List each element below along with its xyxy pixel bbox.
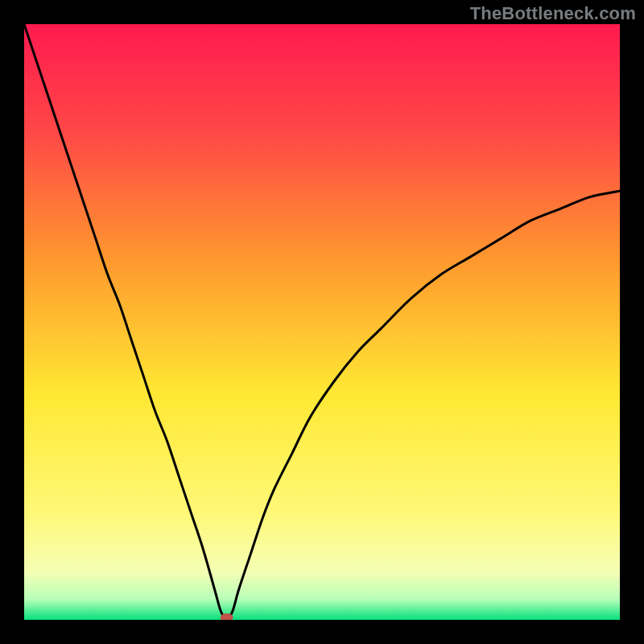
plot-area bbox=[24, 24, 620, 620]
chart-frame: TheBottleneck.com bbox=[0, 0, 644, 644]
gradient-background bbox=[24, 24, 620, 620]
watermark-text: TheBottleneck.com bbox=[470, 3, 636, 24]
chart-svg bbox=[24, 24, 620, 620]
